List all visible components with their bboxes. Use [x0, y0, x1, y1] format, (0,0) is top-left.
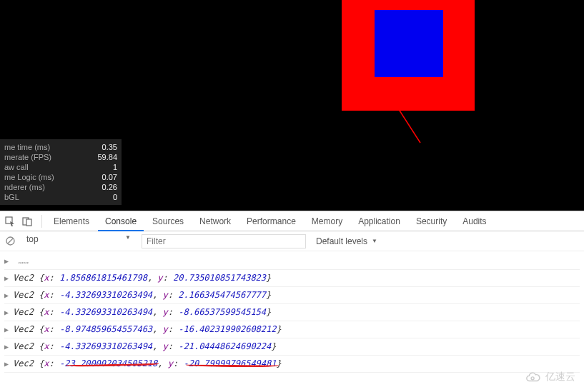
devtools-panel: Elements Console Sources Network Perform… — [0, 211, 584, 392]
console-output[interactable]: ▶ …… ▶Vec2 {x: 1.856861815461798, y: 20.… — [0, 251, 584, 377]
blue-square — [375, 10, 443, 77]
divider — [41, 215, 42, 228]
vec-x: -4.332693310263494 — [59, 304, 152, 320]
stats-value: 0.26 — [102, 182, 117, 192]
clear-console-icon[interactable] — [4, 236, 16, 247]
console-log-line: ▶Vec2 {x: -4.332693310263494, y: -8.6653… — [4, 304, 580, 321]
expand-icon[interactable]: ▶ — [4, 288, 13, 303]
stats-label: merate (FPS) — [4, 152, 51, 162]
console-log-line: ▶ …… — [4, 253, 580, 270]
vec-y: 20.735010851743823 — [173, 270, 266, 286]
expand-icon[interactable]: ▶ — [4, 305, 13, 321]
svg-rect-3 — [26, 219, 31, 226]
vec-y: 2.166345474567777 — [178, 287, 266, 303]
console-filter-input[interactable] — [142, 234, 306, 248]
tab-performance[interactable]: Performance — [239, 211, 303, 231]
tab-application[interactable]: Application — [351, 211, 407, 231]
levels-label: Default levels — [316, 236, 367, 246]
devtools-tabbar: Elements Console Sources Network Perform… — [0, 211, 584, 231]
expand-icon[interactable]: ▶ — [4, 253, 13, 269]
tab-sources[interactable]: Sources — [145, 211, 191, 231]
stats-panel: me time (ms)0.35 merate (FPS)59.84 aw ca… — [0, 139, 122, 205]
stats-label: nderer (ms) — [4, 182, 45, 192]
stats-label: bGL — [4, 192, 19, 202]
tab-elements[interactable]: Elements — [46, 211, 96, 231]
tab-audits[interactable]: Audits — [455, 211, 493, 231]
stats-value: 0 — [113, 192, 117, 202]
stats-label: me time (ms) — [4, 142, 50, 152]
console-log-line: ▶Vec2 {x: -8.974859654557463, y: -16.402… — [4, 321, 580, 338]
stats-label: me Logic (ms) — [4, 172, 54, 182]
stats-value: 59.84 — [97, 152, 117, 162]
vec-y: -16.402319902608212 — [178, 321, 276, 337]
truncated-line: …… — [13, 253, 29, 268]
stats-row: merate (FPS)59.84 — [4, 152, 117, 162]
context-value: top — [26, 234, 39, 244]
canvas-viewport: me time (ms)0.35 merate (FPS)59.84 aw ca… — [0, 0, 584, 211]
expand-icon[interactable]: ▶ — [4, 271, 13, 286]
stats-label: aw call — [4, 162, 29, 172]
device-toolbar-icon[interactable] — [21, 216, 33, 227]
stats-value: 1 — [113, 162, 117, 172]
log-levels-select[interactable]: Default levels — [312, 236, 382, 246]
class-name: Vec2 — [13, 338, 34, 354]
class-name: Vec2 — [13, 321, 34, 337]
svg-line-5 — [8, 238, 13, 243]
expand-icon[interactable]: ▶ — [4, 356, 13, 372]
console-log-line: ▶Vec2 {x: -4.332693310263494, y: 2.16634… — [4, 287, 580, 304]
expand-icon[interactable]: ▶ — [4, 339, 13, 355]
vec-x: -4.332693310263494 — [59, 287, 152, 303]
stats-row: aw call1 — [4, 162, 117, 172]
class-name: Vec2 — [13, 356, 34, 371]
console-toolbar: top Default levels — [0, 231, 584, 251]
stats-row: bGL0 — [4, 192, 117, 202]
tab-memory[interactable]: Memory — [305, 211, 350, 231]
stats-row: me Logic (ms)0.07 — [4, 172, 117, 182]
vec-x: 1.856861815461798 — [59, 270, 147, 286]
console-log-line: ▶Vec2 {x: 1.856861815461798, y: 20.73501… — [4, 270, 580, 287]
stats-value: 0.07 — [102, 172, 117, 182]
vec-x: -4.332693310263494 — [59, 338, 152, 354]
tab-network[interactable]: Network — [192, 211, 238, 231]
class-name: Vec2 — [13, 304, 34, 320]
execution-context-select[interactable]: top — [21, 233, 136, 249]
tab-console[interactable]: Console — [98, 211, 144, 231]
class-name: Vec2 — [13, 287, 34, 303]
vec-y: -8.66537599545154 — [178, 304, 266, 320]
console-log-line: ▶Vec2 {x: -4.332693310263494, y: -21.044… — [4, 338, 580, 356]
tab-security[interactable]: Security — [409, 211, 454, 231]
expand-icon[interactable]: ▶ — [4, 322, 13, 338]
stats-value: 0.35 — [102, 142, 117, 152]
stats-row: me time (ms)0.35 — [4, 142, 117, 152]
inspect-element-icon[interactable] — [4, 216, 16, 227]
stats-row: nderer (ms)0.26 — [4, 182, 117, 192]
vec-x: -8.974859654557463 — [59, 321, 152, 337]
vec-y: -21.04448624690224 — [178, 338, 271, 354]
class-name: Vec2 — [13, 270, 34, 286]
